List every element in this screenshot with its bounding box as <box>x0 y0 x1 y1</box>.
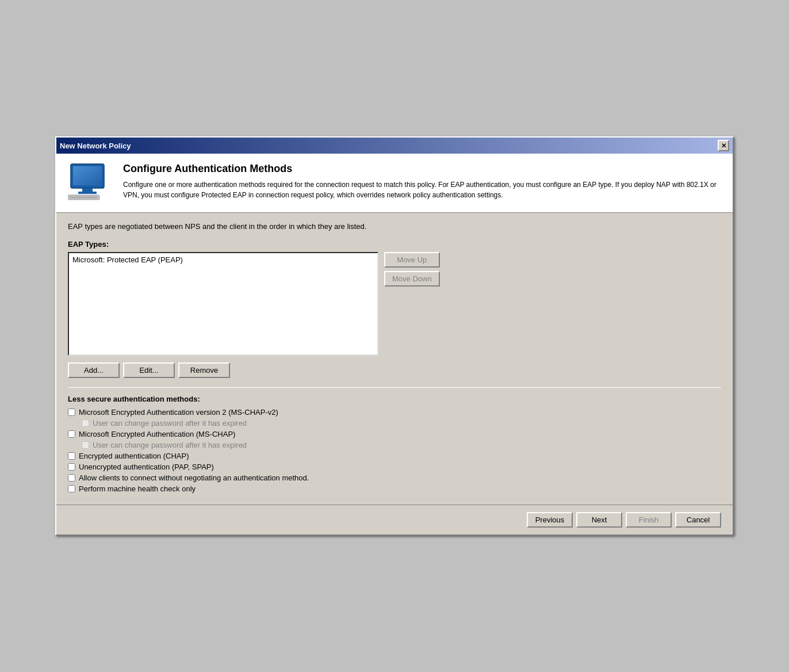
page-title: Configure Authentication Methods <box>123 163 721 175</box>
checkbox-label-mschapv2: Microsoft Encrypted Authentication versi… <box>79 408 278 417</box>
checkbox-label-mschap_pwchange: User can change password after it has ex… <box>93 441 247 449</box>
checkbox-mschapv2_pwchange[interactable] <box>82 419 89 427</box>
previous-button[interactable]: Previous <box>527 512 573 528</box>
checkbox-label-pap: Unencrypted authentication (PAP, SPAP) <box>79 463 214 471</box>
checkbox-pap[interactable] <box>68 463 75 471</box>
checkbox-row-chap: Encrypted authentication (CHAP) <box>68 452 721 460</box>
eap-types-label: EAP Types: <box>68 240 721 249</box>
eap-description: EAP types are negotiated between NPS and… <box>68 222 721 231</box>
eap-area: Microsoft: Protected EAP (PEAP) Move Up … <box>68 252 721 356</box>
cancel-button[interactable]: Cancel <box>675 512 721 528</box>
content-area: EAP types are negotiated between NPS and… <box>56 213 733 505</box>
checkbox-chap[interactable] <box>68 452 75 460</box>
move-up-button[interactable]: Move Up <box>384 252 440 268</box>
separator <box>68 387 721 388</box>
checkbox-mschap[interactable] <box>68 430 75 438</box>
checkbox-health_check[interactable] <box>68 485 75 492</box>
eap-side-buttons: Move Up Move Down <box>384 252 440 287</box>
less-secure-label: Less secure authentication methods: <box>68 395 721 403</box>
checkbox-label-mschap: Microsoft Encrypted Authentication (MS-C… <box>79 430 235 438</box>
svg-rect-6 <box>70 196 98 198</box>
move-down-button[interactable]: Move Down <box>384 271 440 287</box>
checkbox-row-mschapv2: Microsoft Encrypted Authentication versi… <box>68 408 721 417</box>
checkbox-row-health_check: Perform machine health check only <box>68 484 721 493</box>
computer-icon <box>68 163 114 203</box>
remove-button[interactable]: Remove <box>178 362 230 378</box>
title-bar-text: New Network Policy <box>60 142 131 150</box>
checkbox-label-health_check: Perform machine health check only <box>79 484 196 493</box>
header-text: Configure Authentication Methods Configu… <box>123 163 721 200</box>
next-button[interactable]: Next <box>576 512 622 528</box>
checkbox-label-no_auth: Allow clients to connect without negotia… <box>79 474 309 482</box>
edit-button[interactable]: Edit... <box>123 362 175 378</box>
action-buttons: Add... Edit... Remove <box>68 362 721 378</box>
checkbox-mschapv2[interactable] <box>68 408 75 416</box>
checkbox-row-pap: Unencrypted authentication (PAP, SPAP) <box>68 463 721 471</box>
eap-list-item[interactable]: Microsoft: Protected EAP (PEAP) <box>70 254 376 265</box>
checkbox-row-mschapv2_pwchange: User can change password after it has ex… <box>82 419 721 427</box>
checkbox-label-mschapv2_pwchange: User can change password after it has ex… <box>93 419 247 427</box>
finish-button[interactable]: Finish <box>626 512 672 528</box>
checkbox-row-mschap_pwchange: User can change password after it has ex… <box>82 441 721 449</box>
checkboxes-container: Microsoft Encrypted Authentication versi… <box>68 408 721 493</box>
svg-rect-3 <box>82 188 93 192</box>
title-bar: New Network Policy ✕ <box>56 138 733 154</box>
main-window: New Network Policy ✕ <box>55 136 734 536</box>
checkbox-no_auth[interactable] <box>68 474 75 482</box>
footer: Previous Next Finish Cancel <box>56 505 733 534</box>
add-button[interactable]: Add... <box>68 362 120 378</box>
page-description: Configure one or more authentication met… <box>123 180 721 200</box>
svg-rect-2 <box>73 166 102 185</box>
checkbox-label-chap: Encrypted authentication (CHAP) <box>79 452 189 460</box>
svg-rect-4 <box>78 192 97 194</box>
checkbox-row-mschap: Microsoft Encrypted Authentication (MS-C… <box>68 430 721 438</box>
window-title: New Network Policy <box>60 142 131 150</box>
eap-listbox[interactable]: Microsoft: Protected EAP (PEAP) <box>68 252 378 356</box>
checkbox-mschap_pwchange[interactable] <box>82 441 89 449</box>
close-button[interactable]: ✕ <box>718 140 729 151</box>
checkbox-row-no_auth: Allow clients to connect without negotia… <box>68 474 721 482</box>
header-section: Configure Authentication Methods Configu… <box>56 154 733 213</box>
